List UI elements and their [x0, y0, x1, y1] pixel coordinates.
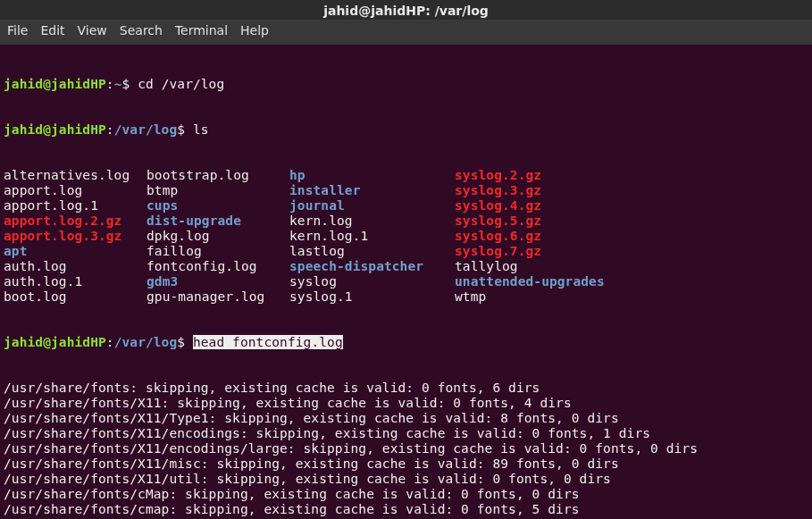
- ls-row: alternatives.logbootstrap.loghpsyslog.2.…: [4, 168, 808, 183]
- ls-entry: boot.log: [4, 289, 67, 304]
- ls-entry: gdm3: [146, 274, 178, 289]
- prompt-line-1: jahid@jahidHP:~$ cd /var/log: [4, 77, 808, 92]
- ls-entry: gpu-manager.log: [146, 289, 264, 304]
- ls-entry: dpkg.log: [146, 229, 210, 243]
- ls-entry: tallylog: [455, 259, 518, 273]
- output-line: /usr/share/fonts: skipping, existing cac…: [4, 381, 808, 396]
- ls-row: boot.loggpu-manager.logsyslog.1wtmp: [4, 289, 808, 305]
- ls-entry: auth.log: [4, 259, 67, 273]
- menu-bar: File Edit View Search Terminal Help: [0, 20, 812, 45]
- ls-output: alternatives.logbootstrap.loghpsyslog.2.…: [4, 168, 808, 305]
- ls-entry: apt: [4, 244, 28, 258]
- terminal-viewport[interactable]: jahid@jahidHP:~$ cd /var/log jahid@jahid…: [0, 45, 812, 519]
- output-line: /usr/share/fonts/X11/encodings/large: sk…: [4, 441, 808, 456]
- ls-entry: installer: [289, 183, 360, 197]
- ls-entry: apport.log.2.gz: [4, 213, 121, 228]
- ls-entry: syslog.4.gz: [455, 198, 541, 213]
- ls-entry: syslog.1: [289, 289, 353, 304]
- prompt-line-3: jahid@jahidHP:/var/log$ head fontconfig.…: [4, 335, 808, 350]
- ls-entry: syslog.7.gz: [455, 244, 541, 258]
- ls-entry: speech-dispatcher: [289, 259, 423, 273]
- ls-entry: kern.log: [289, 213, 353, 228]
- ls-row: apport.log.1cupsjournalsyslog.4.gz: [4, 198, 808, 213]
- command-head-highlighted: head fontconfig.log: [193, 335, 343, 349]
- ls-row: aptfailloglastlogsyslog.7.gz: [4, 244, 808, 259]
- ls-row: auth.logfontconfig.logspeech-dispatchert…: [4, 259, 808, 274]
- ls-entry: syslog: [289, 274, 337, 289]
- ls-entry: journal: [289, 198, 345, 213]
- ls-row: apport.logbtmpinstallersyslog.3.gz: [4, 183, 808, 198]
- prompt-user: jahid@jahidHP: [4, 77, 106, 91]
- menu-terminal[interactable]: Terminal: [175, 23, 228, 41]
- output-line: /usr/share/fonts/cMap: skipping, existin…: [4, 487, 808, 502]
- output-line: /usr/share/fonts/X11/misc: skipping, exi…: [4, 456, 808, 472]
- ls-entry: syslog.6.gz: [455, 229, 541, 243]
- output-line: /usr/share/fonts/X11/util: skipping, exi…: [4, 472, 808, 487]
- menu-search[interactable]: Search: [120, 23, 163, 41]
- ls-entry: apport.log.1: [4, 198, 98, 213]
- menu-help[interactable]: Help: [240, 23, 269, 41]
- command-ls: ls: [193, 122, 209, 137]
- head-output: /usr/share/fonts: skipping, existing cac…: [4, 381, 808, 519]
- ls-entry: syslog.5.gz: [455, 213, 541, 228]
- output-line: /usr/share/fonts/X11: skipping, existing…: [4, 396, 808, 411]
- ls-row: apport.log.2.gzdist-upgradekern.logsyslo…: [4, 213, 808, 229]
- ls-entry: wtmp: [455, 289, 486, 304]
- output-line: /usr/share/fonts/cmap: skipping, existin…: [4, 502, 808, 517]
- ls-entry: syslog.3.gz: [455, 183, 541, 197]
- ls-row: apport.log.3.gzdpkg.logkern.log.1syslog.…: [4, 229, 808, 244]
- ls-entry: unattended-upgrades: [455, 274, 605, 289]
- ls-entry: btmp: [146, 183, 178, 197]
- ls-entry: dist-upgrade: [146, 213, 241, 228]
- ls-entry: auth.log.1: [4, 274, 82, 289]
- output-line: /usr/share/fonts/X11/Type1: skipping, ex…: [4, 411, 808, 426]
- prompt-line-2: jahid@jahidHP:/var/log$ ls: [4, 122, 808, 138]
- ls-entry: lastlog: [289, 244, 345, 258]
- output-line: /usr/share/fonts/X11/encodings: skipping…: [4, 426, 808, 441]
- ls-entry: fontconfig.log: [146, 259, 257, 273]
- ls-entry: kern.log.1: [289, 229, 368, 243]
- ls-entry: cups: [146, 198, 178, 213]
- menu-edit[interactable]: Edit: [40, 23, 64, 41]
- ls-entry: hp: [289, 168, 306, 182]
- ls-row: auth.log.1gdm3syslogunattended-upgrades: [4, 274, 808, 289]
- ls-entry: faillog: [146, 244, 202, 258]
- menu-file[interactable]: File: [7, 23, 28, 41]
- ls-entry: alternatives.log: [4, 168, 130, 182]
- window-titlebar: jahid@jahidHP: /var/log: [0, 0, 812, 20]
- ls-entry: syslog.2.gz: [455, 168, 541, 182]
- ls-entry: apport.log.3.gz: [4, 229, 121, 243]
- ls-entry: apport.log: [4, 183, 82, 197]
- menu-view[interactable]: View: [78, 23, 107, 41]
- ls-entry: bootstrap.log: [146, 168, 249, 182]
- command-cd: cd /var/log: [138, 77, 224, 91]
